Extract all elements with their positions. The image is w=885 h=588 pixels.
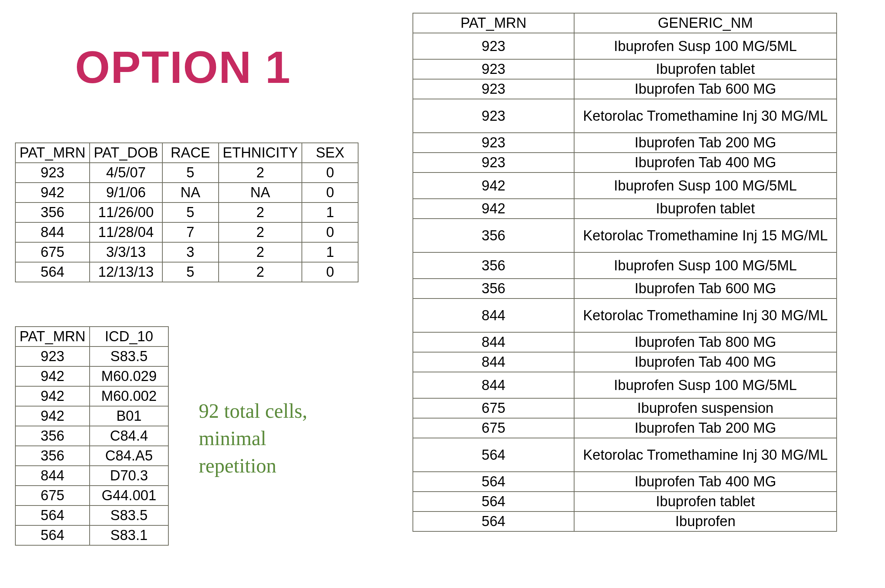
table-cell: Ibuprofen tablet: [574, 492, 837, 512]
table-row: 942M60.002: [15, 386, 168, 406]
table-row: 9234/5/07520: [15, 163, 358, 183]
table-row: 923S83.5: [15, 346, 168, 366]
table-row: 35611/26/00521: [15, 202, 358, 222]
table-cell: 356: [15, 426, 90, 446]
table-cell: Ibuprofen Tab 800 MG: [574, 332, 837, 352]
table-cell: 564: [15, 506, 90, 525]
table-cell: M60.029: [90, 366, 168, 386]
table-cell: B01: [90, 406, 168, 426]
table-cell: Ibuprofen Susp 100 MG/5ML: [574, 172, 837, 199]
table-cell: 564: [15, 262, 90, 282]
table-cell: 923: [413, 133, 574, 153]
table-cell: 2: [219, 242, 302, 262]
table-cell: 564: [413, 438, 574, 472]
table-cell: 0: [302, 222, 358, 242]
table-cell: 923: [15, 163, 90, 183]
table-cell: 356: [413, 219, 574, 252]
col-header: SEX: [302, 143, 358, 163]
table-row: 564Ketorolac Tromethamine Inj 30 MG/ML: [413, 438, 837, 472]
table-cell: Ibuprofen Tab 200 MG: [574, 133, 837, 153]
table-cell: Ibuprofen Tab 400 MG: [574, 153, 837, 172]
table-row: 564S83.1: [15, 525, 168, 545]
table-cell: 356: [413, 252, 574, 279]
table-cell: Ketorolac Tromethamine Inj 30 MG/ML: [574, 99, 837, 133]
caption-line: minimal: [199, 425, 307, 452]
table-cell: 356: [413, 279, 574, 298]
table-cell: 923: [413, 153, 574, 172]
table-cell: 942: [413, 199, 574, 219]
table-cell: Ibuprofen Tab 200 MG: [574, 418, 837, 438]
table-row: 356C84.A5: [15, 446, 168, 466]
table-cell: Ibuprofen tablet: [574, 199, 837, 219]
table-cell: 5: [162, 163, 219, 183]
table-cell: M60.002: [90, 386, 168, 406]
table-header-row: PAT_MRN GENERIC_NM: [413, 13, 837, 33]
table-cell: 12/13/13: [90, 262, 162, 282]
table-cell: 942: [413, 172, 574, 199]
table-cell: 923: [413, 99, 574, 133]
table-row: 844Ibuprofen Susp 100 MG/5ML: [413, 372, 837, 398]
caption-line: repetition: [199, 452, 307, 480]
col-header: PAT_MRN: [413, 13, 574, 33]
table-cell: D70.3: [90, 466, 168, 486]
table-cell: NA: [162, 183, 219, 202]
table-cell: 844: [15, 466, 90, 486]
table-cell: 1: [302, 242, 358, 262]
col-header: ETHNICITY: [219, 143, 302, 163]
table-row: 923Ibuprofen Tab 400 MG: [413, 153, 837, 172]
table-cell: 9/1/06: [90, 183, 162, 202]
table-row: 675Ibuprofen Tab 200 MG: [413, 418, 837, 438]
medications-table: PAT_MRN GENERIC_NM 923Ibuprofen Susp 100…: [412, 13, 837, 532]
table-row: 564Ibuprofen tablet: [413, 492, 837, 512]
table-cell: 0: [302, 262, 358, 282]
table-cell: 0: [302, 163, 358, 183]
table-row: 356Ibuprofen Susp 100 MG/5ML: [413, 252, 837, 279]
table-cell: 923: [15, 346, 90, 366]
col-header: PAT_MRN: [15, 143, 90, 163]
table-cell: 2: [219, 202, 302, 222]
table-cell: 942: [15, 366, 90, 386]
table-cell: C84.A5: [90, 446, 168, 466]
table-row: 923Ketorolac Tromethamine Inj 30 MG/ML: [413, 99, 837, 133]
table-cell: 942: [15, 183, 90, 202]
col-header: ICD_10: [90, 327, 168, 346]
table-cell: Ibuprofen Susp 100 MG/5ML: [574, 33, 837, 59]
table-cell: 942: [15, 386, 90, 406]
table-cell: 2: [219, 222, 302, 242]
table-row: 9429/1/06NANA0: [15, 183, 358, 202]
table-cell: S83.1: [90, 525, 168, 545]
table-cell: 942: [15, 406, 90, 426]
table-cell: 356: [15, 446, 90, 466]
table-cell: Ibuprofen Tab 600 MG: [574, 79, 837, 99]
table-row: 844Ketorolac Tromethamine Inj 30 MG/ML: [413, 298, 837, 332]
table-row: 923Ibuprofen Tab 600 MG: [413, 79, 837, 99]
table-row: 84411/28/04720: [15, 222, 358, 242]
table-cell: 844: [413, 298, 574, 332]
table-cell: Ketorolac Tromethamine Inj 30 MG/ML: [574, 298, 837, 332]
table-cell: 1: [302, 202, 358, 222]
table-cell: 0: [302, 183, 358, 202]
table-cell: 844: [413, 352, 574, 372]
col-header: GENERIC_NM: [574, 13, 837, 33]
table-cell: 923: [413, 79, 574, 99]
slide-page: OPTION 1 PAT_MRN PAT_DOB RACE ETHNICITY …: [0, 0, 885, 588]
table-cell: 11/28/04: [90, 222, 162, 242]
table-cell: 5: [162, 202, 219, 222]
table-cell: Ketorolac Tromethamine Inj 15 MG/ML: [574, 219, 837, 252]
col-header: RACE: [162, 143, 219, 163]
table-row: 564S83.5: [15, 506, 168, 525]
table-cell: Ibuprofen Susp 100 MG/5ML: [574, 372, 837, 398]
table-cell: 3/3/13: [90, 242, 162, 262]
table-cell: 2: [219, 163, 302, 183]
table-cell: Ibuprofen Susp 100 MG/5ML: [574, 252, 837, 279]
table-row: 6753/3/13321: [15, 242, 358, 262]
table-row: 564Ibuprofen Tab 400 MG: [413, 472, 837, 492]
table-row: 923Ibuprofen Susp 100 MG/5ML: [413, 33, 837, 59]
table-cell: 356: [15, 202, 90, 222]
table-cell: 11/26/00: [90, 202, 162, 222]
table-cell: Ibuprofen: [574, 512, 837, 531]
table-cell: 844: [413, 372, 574, 398]
icd-table: PAT_MRN ICD_10 923S83.5942M60.029942M60.…: [15, 326, 169, 546]
table-cell: 675: [15, 242, 90, 262]
table-row: 942Ibuprofen Susp 100 MG/5ML: [413, 172, 837, 199]
